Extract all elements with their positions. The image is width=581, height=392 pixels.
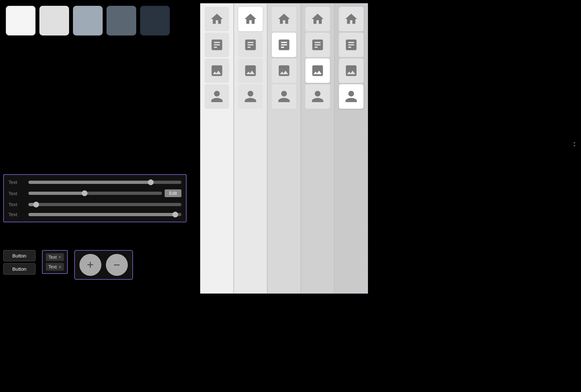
slider-section: Text Text Edit Text — [3, 174, 187, 222]
home-icon — [243, 12, 258, 26]
chart-icon — [311, 38, 325, 52]
person-icon — [344, 89, 358, 104]
slider-row-4: Text — [8, 212, 181, 217]
left-panel: Text Text Edit Text — [0, 0, 190, 392]
tag-item-2[interactable]: Text + — [46, 263, 64, 271]
person-icon — [210, 89, 224, 104]
home-icon — [344, 12, 358, 26]
icon-cell-3-image[interactable] — [272, 58, 296, 83]
image-icon — [311, 64, 325, 78]
icon-cell-5-image[interactable] — [339, 58, 363, 83]
chart-icon — [277, 38, 291, 52]
swatch-darkest[interactable] — [140, 6, 170, 35]
icon-cell-4-image[interactable] — [305, 58, 330, 83]
swatches-row — [0, 0, 190, 39]
person-icon — [311, 89, 325, 104]
button-2[interactable]: Button — [3, 263, 36, 275]
slider-label-1: Text — [8, 179, 28, 185]
icon-cell-1-chart[interactable] — [205, 33, 229, 57]
icon-cell-3-chart[interactable] — [272, 33, 296, 57]
icon-cell-3-home[interactable] — [272, 7, 296, 31]
slider-label-3: Text — [8, 202, 28, 207]
icon-column-4 — [301, 4, 335, 293]
dot-indicator — [574, 142, 575, 146]
slider-track-wrap-1[interactable] — [28, 180, 181, 185]
tag-label-1: Text — [48, 255, 57, 260]
person-icon — [243, 89, 258, 104]
tag-label-2: Text — [48, 264, 57, 269]
tag-remove-icon-1[interactable]: × — [59, 255, 61, 259]
right-panel — [200, 3, 368, 294]
swatch-light[interactable] — [39, 6, 69, 35]
image-icon — [243, 64, 258, 78]
chart-icon — [243, 38, 258, 52]
icon-cell-1-image[interactable] — [205, 58, 229, 83]
slider-label-2: Text — [8, 191, 28, 196]
icon-column-5 — [335, 4, 368, 293]
tag-group: Text × Text + — [42, 250, 68, 274]
image-icon — [344, 64, 358, 78]
dot-2 — [574, 145, 575, 146]
icon-cell-5-chart[interactable] — [339, 33, 363, 57]
button-1[interactable]: Button — [3, 250, 36, 261]
plus-minus-group: + − — [74, 250, 133, 280]
chart-icon — [344, 38, 358, 52]
dot-1 — [574, 142, 575, 144]
icon-cell-2-home[interactable] — [238, 7, 263, 31]
bottom-widgets: Button Button Text × Text + + − — [3, 250, 187, 280]
slider-track-wrap-2[interactable] — [28, 191, 162, 196]
swatch-white[interactable] — [6, 6, 36, 35]
chart-icon — [210, 38, 224, 52]
icon-cell-1-home[interactable] — [205, 7, 229, 31]
home-icon — [210, 12, 224, 26]
person-icon — [277, 89, 291, 104]
tag-add-icon-2[interactable]: + — [59, 264, 61, 269]
minus-button[interactable]: − — [106, 254, 128, 276]
swatch-mid[interactable] — [73, 6, 103, 35]
slider-track-wrap-4[interactable] — [28, 212, 181, 217]
icon-cell-3-person[interactable] — [272, 84, 296, 109]
icon-cell-4-chart[interactable] — [305, 33, 330, 57]
slider-track-wrap-3[interactable] — [28, 202, 181, 207]
icon-cell-2-image[interactable] — [238, 58, 263, 83]
plus-button[interactable]: + — [79, 254, 101, 276]
image-icon — [210, 64, 224, 78]
image-icon — [277, 64, 291, 78]
edit-button[interactable]: Edit — [165, 189, 181, 197]
slider-row-3: Text — [8, 202, 181, 207]
icon-cell-1-person[interactable] — [205, 84, 229, 109]
icon-column-3 — [268, 4, 301, 293]
icon-cell-4-person[interactable] — [305, 84, 330, 109]
home-icon — [277, 12, 291, 26]
swatch-dark[interactable] — [107, 6, 136, 35]
button-group: Button Button — [3, 250, 36, 275]
slider-row-2: Text Edit — [8, 189, 181, 197]
home-icon — [311, 12, 325, 26]
tag-item-1[interactable]: Text × — [46, 253, 64, 261]
icon-cell-5-person[interactable] — [339, 84, 363, 109]
slider-row-1: Text — [8, 179, 181, 185]
icon-cell-5-home[interactable] — [339, 7, 363, 31]
icon-column-1 — [200, 4, 234, 293]
slider-label-4: Text — [8, 212, 28, 217]
icon-cell-2-chart[interactable] — [238, 33, 263, 57]
icon-cell-2-person[interactable] — [238, 84, 263, 109]
icon-cell-4-home[interactable] — [305, 7, 330, 31]
icon-column-2 — [234, 4, 268, 293]
